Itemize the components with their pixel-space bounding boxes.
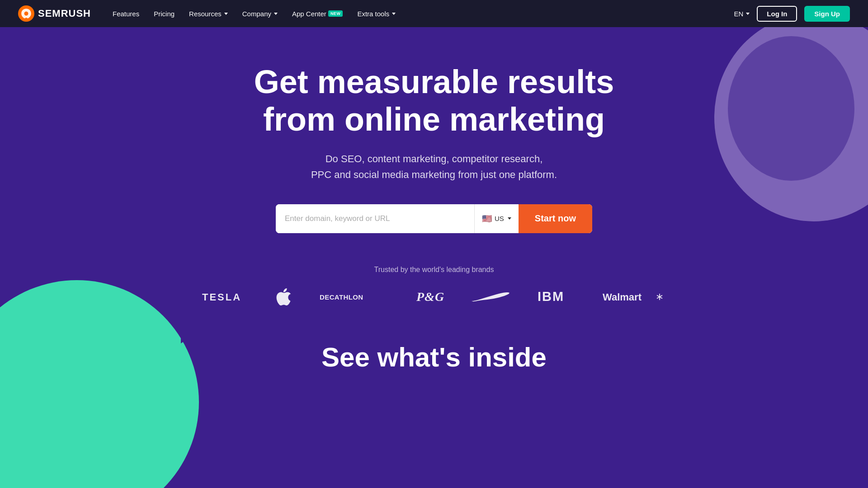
- svg-text:P&G: P&G: [416, 290, 443, 304]
- nav-resources[interactable]: Resources: [189, 10, 228, 18]
- search-input[interactable]: [276, 204, 474, 233]
- trusted-label: Trusted by the world's leading brands: [202, 266, 666, 274]
- nav-features[interactable]: Features: [113, 10, 139, 18]
- logo[interactable]: SEMRUSH: [18, 5, 91, 22]
- nav-links: Features Pricing Resources Company App C…: [113, 10, 734, 18]
- trusted-section: Trusted by the world's leading brands TE…: [202, 266, 666, 305]
- nav-company[interactable]: Company: [242, 10, 278, 18]
- brands-row: TESLA DECATHLON P&G: [202, 288, 666, 305]
- country-selector[interactable]: 🇺🇸 US: [474, 204, 519, 233]
- svg-text:DECATHLON: DECATHLON: [320, 293, 363, 300]
- chevron-down-icon: [392, 13, 396, 15]
- flag-icon: 🇺🇸: [482, 214, 492, 224]
- chevron-down-icon: [746, 13, 750, 15]
- svg-text:TESLA: TESLA: [202, 291, 241, 303]
- svg-point-3: [728, 36, 854, 181]
- see-inside-section: See what's inside: [321, 342, 547, 373]
- login-button[interactable]: Log In: [757, 6, 797, 22]
- language-selector[interactable]: EN: [734, 10, 750, 18]
- svg-point-1: [24, 12, 28, 16]
- navbar: SEMRUSH Features Pricing Resources Compa…: [0, 0, 868, 27]
- hero-content: Get measurable results from online marke…: [254, 63, 614, 233]
- svg-text:Walmart: Walmart: [603, 291, 642, 303]
- brand-apple: [276, 288, 291, 305]
- nav-pricing[interactable]: Pricing: [154, 10, 175, 18]
- chevron-down-icon: [224, 13, 228, 15]
- brand-decathlon: DECATHLON: [320, 291, 387, 303]
- brand-ibm: IBM: [538, 289, 574, 305]
- start-now-button[interactable]: Start now: [519, 204, 592, 233]
- brand-pg: P&G: [416, 289, 443, 305]
- logo-text: SEMRUSH: [38, 8, 91, 19]
- see-inside-title: See what's inside: [321, 342, 547, 373]
- new-badge: NEW: [328, 10, 343, 17]
- nav-extra-tools[interactable]: Extra tools: [357, 10, 396, 18]
- hero-subtitle: Do SEO, content marketing, competitor re…: [254, 151, 614, 183]
- brand-tesla: TESLA: [202, 291, 247, 303]
- hero-section: Get measurable results from online marke…: [0, 27, 868, 488]
- svg-point-2: [714, 27, 868, 221]
- signup-button[interactable]: Sign Up: [804, 6, 850, 22]
- nav-app-center[interactable]: App Center NEW: [292, 10, 343, 18]
- hero-title: Get measurable results from online marke…: [254, 63, 614, 138]
- chevron-down-icon: [274, 13, 278, 15]
- svg-text:IBM: IBM: [538, 289, 564, 304]
- chevron-down-icon: [508, 217, 511, 220]
- search-bar: 🇺🇸 US Start now: [276, 204, 592, 233]
- brand-nike: [471, 290, 509, 304]
- nav-right: EN Log In Sign Up: [734, 6, 850, 22]
- brand-walmart: Walmart: [603, 289, 666, 305]
